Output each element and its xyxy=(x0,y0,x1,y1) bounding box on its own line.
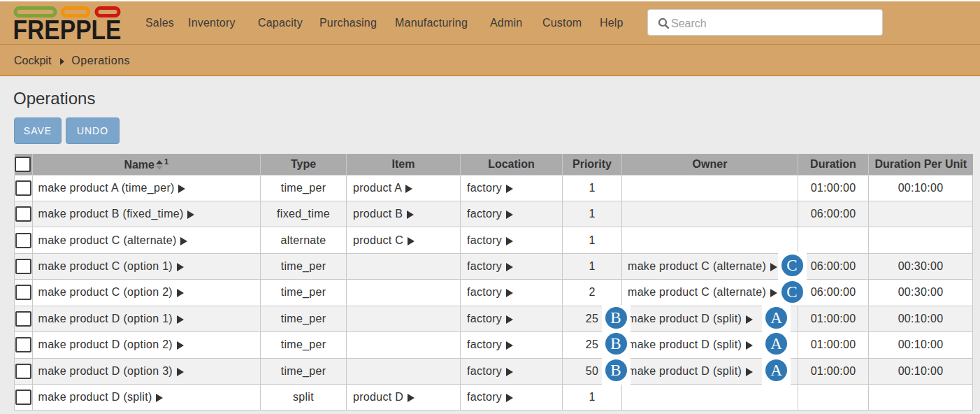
svg-text:FREPPLE: FREPPLE xyxy=(13,15,122,42)
